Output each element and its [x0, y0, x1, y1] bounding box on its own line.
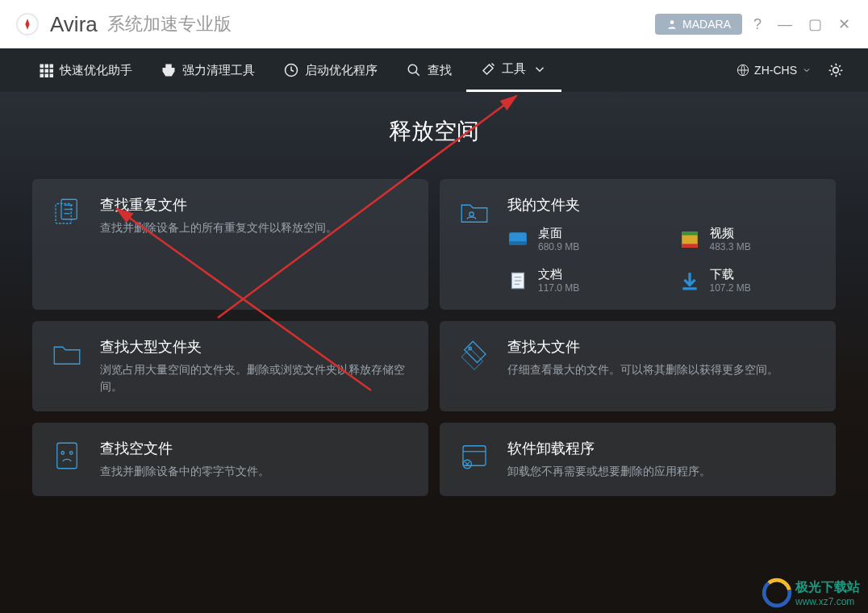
- card-body: 我的文件夹 桌面680.9 MB 视频483.3 MB 文档117.0 MB: [507, 195, 818, 294]
- title-bar: Avira 系统加速专业版 MADARA ? — ▢ ✕: [0, 0, 868, 48]
- chevron-down-icon: [532, 62, 547, 77]
- title-bar-controls: MADARA ? — ▢ ✕: [655, 12, 855, 36]
- card-title: 查找空文件: [100, 439, 411, 458]
- stat-label: 文档: [538, 267, 579, 282]
- search-icon: [407, 63, 421, 77]
- nav-label: 快速优化助手: [60, 63, 132, 78]
- svg-rect-22: [682, 231, 698, 235]
- card-large-files[interactable]: 查找大文件 仔细查看最大的文件。可以将其删除以获得更多空间。: [440, 321, 836, 411]
- stat-video[interactable]: 视频483.3 MB: [679, 226, 819, 252]
- window-remove-icon: [457, 439, 491, 473]
- gear-icon[interactable]: [828, 62, 844, 78]
- language-select[interactable]: ZH-CHS: [737, 64, 812, 77]
- card-body: 查找大型文件夹 浏览占用大量空间的文件夹。删除或浏览文件夹以释放存储空间。: [100, 337, 411, 395]
- clock-icon: [284, 63, 298, 77]
- stat-download[interactable]: 下载107.2 MB: [679, 267, 819, 294]
- watermark-logo-icon: [762, 578, 792, 608]
- watermark-name: 极光下载站: [795, 579, 860, 596]
- user-icon: [666, 19, 678, 30]
- avira-logo-icon: [16, 13, 39, 35]
- user-button[interactable]: MADARA: [655, 14, 742, 35]
- nav-label: 启动优化程序: [305, 63, 378, 78]
- stat-size: 107.2 MB: [710, 282, 751, 294]
- card-body: 查找大文件 仔细查看最大的文件。可以将其删除以获得更多空间。: [507, 337, 818, 378]
- stat-size: 680.9 MB: [538, 241, 579, 252]
- card-large-folders[interactable]: 查找大型文件夹 浏览占用大量空间的文件夹。删除或浏览文件夹以释放存储空间。: [32, 321, 428, 411]
- video-icon: [679, 229, 700, 250]
- stat-label: 下载: [710, 267, 751, 282]
- download-icon: [679, 270, 700, 291]
- card-desc: 卸载您不再需要或想要删除的应用程序。: [507, 463, 818, 480]
- card-body: 查找空文件 查找并删除设备中的零字节文件。: [100, 439, 411, 480]
- svg-rect-1: [40, 65, 44, 69]
- nav-tools[interactable]: 工具: [466, 48, 561, 92]
- svg-rect-29: [57, 443, 77, 469]
- folder-icon: [50, 337, 84, 371]
- nav-bar: 快速优化助手 强力清理工具 启动优化程序 查找 工具 ZH-CHS: [0, 48, 868, 92]
- card-desc: 仔细查看最大的文件。可以将其删除以获得更多空间。: [507, 361, 818, 378]
- card-title: 我的文件夹: [507, 195, 818, 215]
- desktop-icon: [507, 229, 528, 250]
- stat-doc[interactable]: 文档117.0 MB: [507, 267, 647, 294]
- card-empty-files[interactable]: 查找空文件 查找并删除设备中的零字节文件。: [32, 423, 428, 496]
- card-body: 软件卸载程序 卸载您不再需要或想要删除的应用程序。: [507, 439, 818, 480]
- svg-rect-6: [50, 69, 54, 73]
- svg-rect-4: [40, 69, 44, 73]
- nav-label: 工具: [502, 61, 526, 77]
- brand-name: Avira: [50, 12, 98, 37]
- help-button[interactable]: ?: [749, 13, 766, 36]
- nav-label: 强力清理工具: [182, 63, 255, 78]
- watermark-url: www.xz7.com: [795, 596, 860, 607]
- svg-point-11: [408, 65, 417, 73]
- card-desc: 查找并删除设备中的零字节文件。: [100, 463, 411, 480]
- tools-icon: [481, 62, 495, 77]
- folder-user-icon: [457, 195, 491, 229]
- svg-rect-7: [40, 74, 44, 78]
- card-title: 查找重复文件: [100, 195, 411, 215]
- card-desc: 查找并删除设备上的所有重复文件以释放空间。: [100, 219, 411, 236]
- card-duplicate-files[interactable]: 查找重复文件 查找并删除设备上的所有重复文件以释放空间。: [32, 179, 428, 310]
- svg-point-18: [469, 212, 474, 216]
- stat-label: 视频: [710, 226, 751, 241]
- card-desc: 浏览占用大量空间的文件夹。删除或浏览文件夹以释放存储空间。: [100, 361, 411, 395]
- grid-icon: [39, 63, 53, 77]
- nav-label: 查找: [428, 63, 452, 78]
- card-my-folders[interactable]: 我的文件夹 桌面680.9 MB 视频483.3 MB 文档117.0 MB: [440, 179, 836, 310]
- stat-label: 桌面: [538, 226, 579, 241]
- stat-desktop[interactable]: 桌面680.9 MB: [507, 226, 647, 252]
- nav-search[interactable]: 查找: [392, 48, 466, 92]
- nav-quick-optimize[interactable]: 快速优化助手: [24, 48, 147, 92]
- card-body: 查找重复文件 查找并删除设备上的所有重复文件以释放空间。: [100, 195, 411, 236]
- brush-icon: [161, 63, 176, 77]
- nav-right: ZH-CHS: [737, 62, 844, 78]
- stat-size: 483.3 MB: [710, 241, 751, 252]
- chevron-down-icon: [802, 65, 812, 75]
- user-label: MADARA: [682, 18, 731, 31]
- card-uninstaller[interactable]: 软件卸载程序 卸载您不再需要或想要删除的应用程序。: [440, 423, 836, 496]
- tag-icon: [457, 337, 491, 371]
- svg-point-30: [61, 452, 65, 455]
- watermark: 极光下载站 www.xz7.com: [762, 578, 860, 608]
- maximize-button[interactable]: ▢: [803, 12, 827, 36]
- globe-icon: [737, 64, 749, 77]
- main-content: 释放空间 查找重复文件 查找并删除设备上的所有重复文件以释放空间。 我的文件夹: [0, 92, 868, 613]
- close-button[interactable]: ✕: [833, 12, 855, 36]
- svg-rect-5: [45, 69, 49, 73]
- svg-rect-2: [45, 65, 49, 69]
- svg-rect-9: [50, 74, 54, 78]
- nav-power-clean[interactable]: 强力清理工具: [147, 48, 269, 92]
- duplicate-icon: [50, 195, 84, 229]
- svg-rect-20: [509, 241, 527, 244]
- stat-size: 117.0 MB: [538, 282, 579, 294]
- minimize-button[interactable]: —: [773, 13, 797, 36]
- card-title: 查找大型文件夹: [100, 337, 411, 357]
- svg-rect-3: [50, 65, 54, 69]
- empty-file-icon: [50, 439, 84, 473]
- card-title: 查找大文件: [507, 337, 818, 357]
- app-subtitle: 系统加速专业版: [107, 12, 232, 36]
- svg-point-31: [70, 452, 73, 455]
- folder-stats: 桌面680.9 MB 视频483.3 MB 文档117.0 MB 下载107.2…: [507, 226, 818, 294]
- card-title: 软件卸载程序: [507, 439, 818, 458]
- page-title: 释放空间: [32, 116, 836, 147]
- nav-boot-optimize[interactable]: 启动优化程序: [269, 48, 392, 92]
